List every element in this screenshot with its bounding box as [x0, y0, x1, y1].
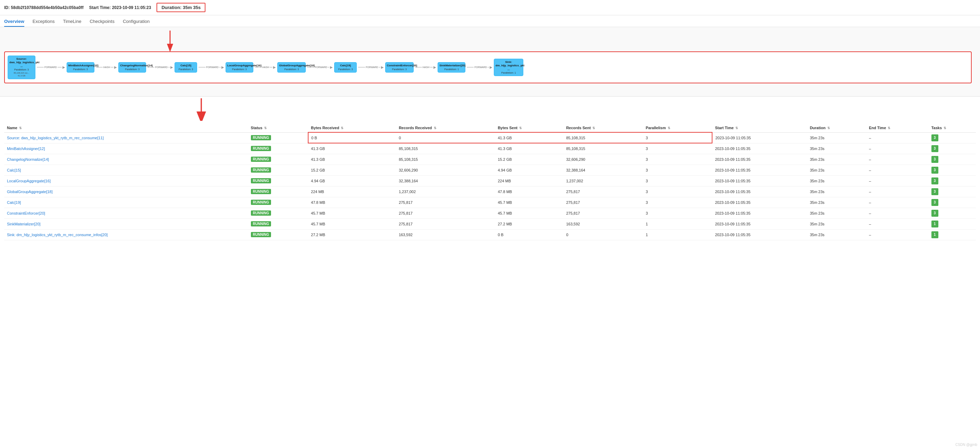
connector-1: FORWARD ▶ [35, 65, 67, 69]
cell-name: GlobalGroupAggregate[18] [4, 186, 248, 197]
col-bytes-received[interactable]: Bytes Received ⇅ [308, 124, 396, 132]
sort-icon-br: ⇅ [341, 126, 344, 130]
pipeline-node-constraint[interactable]: ConstraintEnforcer[20] Parallelism: 3 [385, 62, 414, 72]
annotation-arrow-top [149, 29, 191, 53]
table-row: Calc[19]RUNNING47.8 MB275,81745.7 MB275,… [4, 197, 976, 208]
name-link[interactable]: LocalGroupAggregate[16] [7, 179, 51, 183]
cell-start-time: 2023-10-09 11:05:35 [712, 197, 807, 208]
cell-records-received: 275,817 [396, 208, 495, 218]
pipeline-node-localgroup[interactable]: LocalGroupAggregate[16] Parallelism: 3 [226, 62, 253, 72]
tasks-badge: 3 [931, 167, 939, 174]
col-start-time[interactable]: Start Time ⇅ [712, 124, 807, 132]
cell-tasks: 1 [929, 229, 976, 240]
graph-section: Source: dws_hljy_logistics_ykt ... Paral… [0, 27, 980, 97]
name-link[interactable]: ChangelogNormalize[14] [7, 157, 49, 161]
cell-records-received: 85,108,315 [396, 143, 495, 154]
col-duration[interactable]: Duration ⇅ [807, 124, 866, 132]
pipeline-graph: Source: dws_hljy_logistics_ykt ... Paral… [4, 51, 972, 83]
cell-tasks: 1 [929, 218, 976, 229]
cell-bytes-sent: 27.2 MB [495, 218, 563, 229]
col-records-received[interactable]: Records Received ⇅ [396, 124, 495, 132]
cell-records-received: 32,388,164 [396, 175, 495, 186]
pipeline-node-calc19[interactable]: Calc[19] Parallelism: 3 [334, 62, 357, 72]
tasks-badge: 3 [931, 210, 939, 217]
name-link[interactable]: Source: dws_hljy_logistics_ykt_rytb_m_re… [7, 136, 104, 140]
cell-tasks: 3 [929, 164, 976, 175]
cell-start-time: 2023-10-09 11:05:35 [712, 229, 807, 240]
name-link[interactable]: Calc[15] [7, 168, 21, 172]
cell-end-time: – [866, 186, 929, 197]
cell-status: RUNNING [248, 143, 308, 154]
table-row: ConstraintEnforcer[20]RUNNING45.7 MB275,… [4, 208, 976, 218]
name-link[interactable]: ConstraintEnforcer[20] [7, 211, 45, 215]
table-row: MiniBatchAssigner[12]RUNNING41.3 GB85,10… [4, 143, 976, 154]
name-link[interactable]: Sink: dm_hljy_logistics_ykt_rytb_m_rec_c… [7, 233, 108, 237]
col-parallelism[interactable]: Parallelism ⇅ [643, 124, 713, 132]
col-name[interactable]: Name ⇅ [4, 124, 248, 132]
cell-bytes-sent: 41.3 GB [495, 132, 563, 143]
pipeline-node-globalgroup[interactable]: GlobalGroupAggregate[18] Parallelism: 3 [277, 62, 306, 72]
tasks-badge: 3 [931, 188, 939, 195]
cell-bytes-received: 0 B [308, 132, 396, 143]
annotation-arrow-bottom [180, 97, 222, 121]
job-id-value: 58db2f10788dd554e4b50a42c05ba0ff [11, 5, 83, 10]
cell-records-sent: 275,817 [563, 208, 643, 218]
col-end-time[interactable]: End Time ⇅ [866, 124, 929, 132]
id-label-text: ID: [4, 5, 10, 10]
tab-checkpoints[interactable]: Checkpoints [89, 18, 115, 27]
name-link[interactable]: SinkMaterializer[20] [7, 222, 41, 226]
table-row: Sink: dm_hljy_logistics_ykt_rytb_m_rec_c… [4, 229, 976, 240]
cell-bytes-received: 41.3 GB [308, 143, 396, 154]
cell-duration: 35m 23s [807, 208, 866, 218]
pipeline-node-sink[interactable]: Sink: dm_hljy_logistics_ykt ... Parallel… [494, 59, 523, 76]
sort-icon-d: ⇅ [827, 126, 830, 130]
cell-end-time: – [866, 197, 929, 208]
cell-name: LocalGroupAggregate[16] [4, 175, 248, 186]
cell-name: ConstraintEnforcer[20] [4, 208, 248, 218]
cell-end-time: – [866, 154, 929, 164]
pipeline-node-calc15[interactable]: Calc[15] Parallelism: 3 [175, 62, 197, 72]
col-tasks[interactable]: Tasks ⇅ [929, 124, 976, 132]
table-area: Name ⇅ Status ⇅ Bytes Received ⇅ Records… [0, 121, 980, 243]
status-badge: RUNNING [251, 189, 271, 194]
cell-duration: 35m 23s [807, 143, 866, 154]
cell-records-sent: 85,108,315 [563, 143, 643, 154]
cell-duration: 35m 23s [807, 197, 866, 208]
col-records-sent[interactable]: Records Sent ⇅ [563, 124, 643, 132]
cell-name: ChangelogNormalize[14] [4, 154, 248, 164]
col-status[interactable]: Status ⇅ [248, 124, 308, 132]
pipeline-node-sinkmaterializer[interactable]: SinkMaterializer[20] Parallelism: 1 [438, 62, 465, 72]
cell-parallelism: 1 [643, 218, 713, 229]
tasks-badge: 3 [931, 177, 939, 184]
cell-tasks: 3 [929, 186, 976, 197]
sort-icon-st: ⇅ [735, 126, 738, 130]
cell-name: MiniBatchAssigner[12] [4, 143, 248, 154]
cell-end-time: – [866, 175, 929, 186]
name-link[interactable]: Calc[19] [7, 200, 21, 204]
cell-records-received: 275,817 [396, 197, 495, 208]
name-link[interactable]: MiniBatchAssigner[12] [7, 147, 45, 151]
col-bytes-sent[interactable]: Bytes Sent ⇅ [495, 124, 563, 132]
pipeline-node-minibatch[interactable]: MiniBatchAssigner[12] Parallelism: 3 [67, 62, 94, 72]
cell-tasks: 3 [929, 154, 976, 164]
tab-exceptions[interactable]: Exceptions [33, 18, 55, 27]
cell-duration: 35m 23s [807, 218, 866, 229]
connector-6: FORWARD ▶ [306, 65, 334, 69]
name-link[interactable]: GlobalGroupAggregate[18] [7, 190, 52, 194]
tasks-badge: 3 [931, 145, 939, 152]
pipeline-node-source[interactable]: Source: dws_hljy_logistics_ykt ... Paral… [8, 56, 35, 79]
tab-timeline[interactable]: TimeLine [63, 18, 81, 27]
sort-icon-rr: ⇅ [434, 126, 437, 130]
table-row: LocalGroupAggregate[16]RUNNING4.94 GB32,… [4, 175, 976, 186]
tab-overview[interactable]: Overview [4, 18, 24, 27]
cell-records-sent: 1,237,002 [563, 175, 643, 186]
cell-bytes-sent: 224 MB [495, 175, 563, 186]
pipeline-node-changelog[interactable]: ChangelogNormalize[14] Parallelism: 3 [118, 62, 146, 72]
cell-records-sent: 0 [563, 229, 643, 240]
cell-records-sent: 85,108,315 [563, 132, 643, 143]
status-badge: RUNNING [251, 221, 271, 226]
cell-parallelism: 3 [643, 132, 713, 143]
cell-parallelism: 3 [643, 143, 713, 154]
tab-configuration[interactable]: Configuration [123, 18, 150, 27]
duration-label: Duration: [161, 5, 181, 10]
